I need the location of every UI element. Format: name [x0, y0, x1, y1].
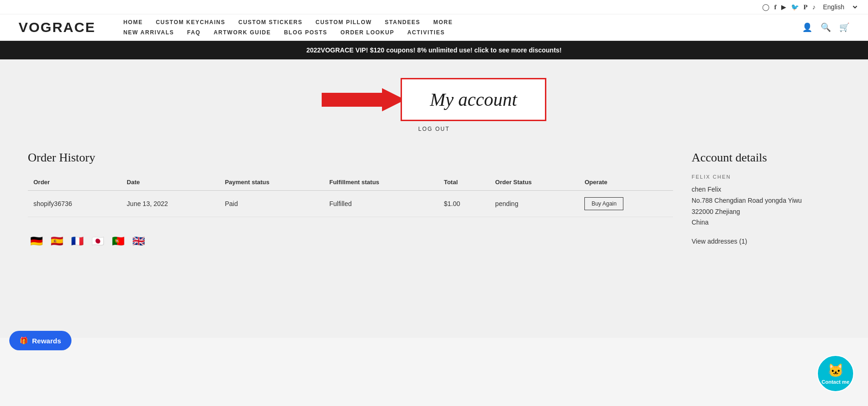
order-history-title: Order History [28, 151, 673, 165]
nav-custom-stickers[interactable]: CUSTOM STICKERS [238, 19, 302, 26]
cell-operate: Buy Again [579, 191, 673, 217]
youtube-icon[interactable]: ▶ [781, 3, 786, 11]
main-content: My account LOG OUT Order History Order D… [0, 59, 868, 338]
account-country: China [692, 217, 840, 228]
nav-faq[interactable]: FAQ [187, 29, 201, 36]
my-account-title: My account [430, 89, 517, 110]
rewards-label: Rewards [32, 337, 61, 338]
search-icon[interactable]: 🔍 [821, 22, 831, 32]
header-action-icons: 👤 🔍 🛒 [802, 22, 849, 32]
account-header-section: My account [28, 78, 840, 121]
nav-custom-keychains[interactable]: CUSTOM KEYCHAINS [156, 19, 226, 26]
nav-order-lookup[interactable]: ORDER LOOKUP [340, 29, 394, 36]
buy-again-button[interactable]: Buy Again [584, 197, 623, 210]
account-icon[interactable]: 👤 [802, 22, 812, 32]
table-header-row: Order Date Payment status Fulfillment st… [28, 174, 673, 191]
banner-text: $120 coupons! 8% unlimited use! click to… [370, 46, 562, 54]
social-icons: ◯ 𝐟 ▶ 🐦 𝐏 ♪ [762, 3, 816, 11]
facebook-icon[interactable]: 𝐟 [774, 3, 777, 11]
pointing-arrow-icon [322, 86, 405, 114]
twitter-icon[interactable]: 🐦 [791, 3, 799, 11]
cart-icon[interactable]: 🛒 [839, 22, 849, 32]
table-row: shopify36736 June 13, 2022 Paid Fulfille… [28, 191, 673, 217]
account-details-title: Account details [692, 151, 840, 165]
nav-blog-posts[interactable]: BLOG POSTS [284, 29, 328, 36]
col-order-status: Order Status [490, 174, 579, 191]
cell-date: June 13, 2022 [121, 191, 219, 217]
col-total: Total [438, 174, 490, 191]
logout-link[interactable]: LOG OUT [28, 126, 840, 132]
flag-spanish[interactable]: 🇪🇸 [48, 236, 65, 247]
cell-order-status: pending [490, 191, 579, 217]
nav-container: HOME CUSTOM KEYCHAINS CUSTOM STICKERS CU… [123, 19, 784, 36]
account-address-line2: 322000 Zhejiang [692, 206, 840, 218]
nav-home[interactable]: HOME [123, 19, 143, 26]
language-flag-row: 🇩🇪 🇪🇸 🇫🇷 🇯🇵 🇵🇹 🇬🇧 [28, 236, 673, 247]
site-header: VOGRACE HOME CUSTOM KEYCHAINS CUSTOM STI… [0, 14, 868, 41]
nav-more[interactable]: MORE [434, 19, 453, 26]
svg-marker-0 [322, 88, 405, 111]
cell-total: $1.00 [438, 191, 490, 217]
col-fulfillment-status: Fulfillment status [324, 174, 438, 191]
account-info: chen Felix No.788 Chengdian Road yongda … [692, 184, 840, 228]
col-payment-status: Payment status [219, 174, 324, 191]
instagram-icon[interactable]: ◯ [762, 3, 770, 11]
language-selector[interactable]: English French German Japanese [821, 3, 859, 11]
social-bar: ◯ 𝐟 ▶ 🐦 𝐏 ♪ English French German Japane… [0, 0, 868, 14]
flag-german[interactable]: 🇩🇪 [28, 236, 45, 247]
col-operate: Operate [579, 174, 673, 191]
arrow-container [322, 86, 405, 114]
col-order: Order [28, 174, 121, 191]
my-account-box: My account [401, 78, 546, 121]
cell-fulfillment-status: Fulfilled [324, 191, 438, 217]
flag-portuguese[interactable]: 🇵🇹 [110, 236, 126, 247]
rewards-icon: 🎁 [19, 336, 28, 338]
promo-banner[interactable]: 2022VOGRACE VIP! $120 coupons! 8% unlimi… [0, 41, 868, 59]
site-logo[interactable]: VOGRACE [19, 19, 96, 35]
order-history-section: Order History Order Date Payment status … [28, 151, 673, 247]
cell-order-number: shopify36736 [28, 191, 121, 217]
order-table: Order Date Payment status Fulfillment st… [28, 174, 673, 217]
rewards-button[interactable]: 🎁 Rewards [9, 331, 71, 338]
tiktok-icon[interactable]: ♪ [812, 3, 816, 11]
content-area: Order History Order Date Payment status … [28, 151, 840, 247]
col-date: Date [121, 174, 219, 191]
nav-artwork-guide[interactable]: ARTWORK GUIDE [214, 29, 271, 36]
account-address-line1: No.788 Chengdian Road yongda Yiwu [692, 195, 840, 206]
flag-japanese[interactable]: 🇯🇵 [89, 236, 106, 247]
nav-new-arrivals[interactable]: NEW ARRIVALS [123, 29, 174, 36]
flag-english[interactable]: 🇬🇧 [130, 236, 147, 247]
account-full-name: chen Felix [692, 184, 840, 195]
nav-activities[interactable]: ACTIVITIES [407, 29, 445, 36]
cell-payment-status: Paid [219, 191, 324, 217]
pinterest-icon[interactable]: 𝐏 [803, 3, 808, 11]
banner-bold-text: 2022VOGRACE VIP! [306, 46, 368, 54]
nav-standees[interactable]: STANDEES [385, 19, 420, 26]
view-addresses-link[interactable]: View addresses (1) [692, 238, 840, 245]
flag-french[interactable]: 🇫🇷 [69, 236, 85, 247]
nav-custom-pillow[interactable]: CUSTOM PILLOW [316, 19, 372, 26]
account-details-section: Account details FELIX CHEN chen Felix No… [692, 151, 840, 247]
nav-row-1: HOME CUSTOM KEYCHAINS CUSTOM STICKERS CU… [123, 19, 784, 26]
account-name-label: FELIX CHEN [692, 174, 840, 180]
nav-row-2: NEW ARRIVALS FAQ ARTWORK GUIDE BLOG POST… [123, 29, 784, 36]
